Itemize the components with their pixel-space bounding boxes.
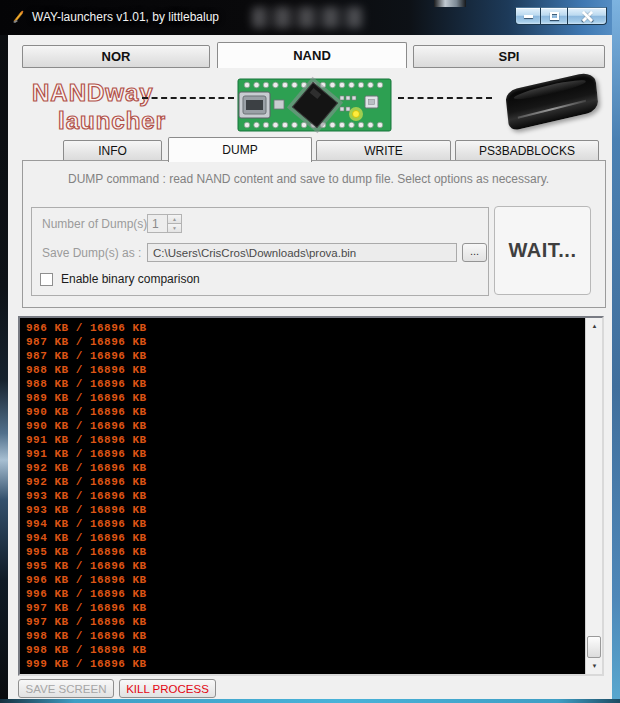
- save-path-input[interactable]: C:\Users\CrisCros\Downloads\prova.bin: [147, 243, 457, 262]
- tab-nand-label: NAND: [293, 48, 331, 63]
- tab-nand[interactable]: NAND: [217, 42, 407, 68]
- ps3-console-image: [500, 72, 605, 135]
- minimize-icon: [524, 15, 533, 18]
- number-of-dumps-spinner: 1: [147, 214, 182, 233]
- binary-comparison-row: Enable binary comparison: [32, 271, 488, 291]
- tab-spi[interactable]: SPI: [413, 45, 605, 68]
- save-screen-button[interactable]: SAVE SCREEN: [18, 679, 114, 698]
- ps3-disc-slot: [518, 100, 586, 119]
- dash-divider-left: [142, 97, 234, 99]
- maximize-icon: [550, 12, 559, 20]
- save-dumps-as-label: Save Dump(s) as :: [42, 246, 141, 260]
- console-line: 989 KB / 16896 KB: [26, 391, 585, 405]
- tab-write-label: WRITE: [364, 144, 403, 158]
- console-line: 997 KB / 16896 KB: [26, 601, 585, 615]
- console-line: 987 KB / 16896 KB: [26, 335, 585, 349]
- ps3-gloss: [513, 77, 586, 103]
- console-line: 998 KB / 16896 KB: [26, 629, 585, 643]
- scroll-down-icon[interactable]: [586, 658, 603, 674]
- console-scrollbar[interactable]: [585, 318, 602, 674]
- tab-ps3badblocks-label: PS3BADBLOCKS: [479, 144, 575, 158]
- ps3-body: [505, 71, 599, 132]
- console-line: 992 KB / 16896 KB: [26, 475, 585, 489]
- tab-info[interactable]: INFO: [63, 140, 162, 162]
- app-flame-icon: [10, 9, 26, 25]
- desktop-artifact: [434, 0, 466, 7]
- kill-process-button[interactable]: KILL PROCESS: [119, 679, 216, 698]
- console-line: 995 KB / 16896 KB: [26, 559, 585, 573]
- maximize-button[interactable]: [540, 7, 568, 25]
- client-area: NOR NAND SPI NANDway launcher: [8, 35, 612, 699]
- censored-text-region: [252, 7, 364, 28]
- tab-nor-label: NOR: [102, 49, 131, 64]
- console-line: 998 KB / 16896 KB: [26, 643, 585, 657]
- window-border-right: [612, 0, 620, 703]
- console-line: 990 KB / 16896 KB: [26, 405, 585, 419]
- tab-spi-label: SPI: [499, 49, 520, 64]
- caption-buttons: [516, 7, 607, 25]
- window-border-bottom: [0, 699, 620, 703]
- logo-line1: NANDway: [32, 79, 154, 106]
- logo-line2: launcher: [58, 107, 166, 134]
- console-output: 986 KB / 16896 KB987 KB / 16896 KB987 KB…: [20, 318, 585, 674]
- number-of-dumps-value[interactable]: 1: [147, 214, 168, 233]
- teensy-board-image: [237, 76, 392, 134]
- console-line: 988 KB / 16896 KB: [26, 377, 585, 391]
- nandway-launcher-logo: NANDway launcher: [18, 75, 168, 137]
- console-line: 988 KB / 16896 KB: [26, 363, 585, 377]
- tab-dump[interactable]: DUMP: [168, 137, 312, 162]
- save-dumps-row: Save Dump(s) as : C:\Users\CrisCros\Down…: [32, 243, 488, 263]
- number-of-dumps-label: Number of Dump(s) :: [42, 217, 154, 231]
- close-button[interactable]: [567, 7, 607, 25]
- tab-nor[interactable]: NOR: [22, 45, 210, 68]
- dump-description: DUMP command : read NAND content and sav…: [68, 172, 549, 186]
- console-line: 995 KB / 16896 KB: [26, 545, 585, 559]
- console-line: 987 KB / 16896 KB: [26, 349, 585, 363]
- window-border-left: [0, 35, 8, 699]
- dump-options-groupbox: Number of Dump(s) : 1 Save Dump(s) as : …: [31, 207, 489, 296]
- close-icon: [582, 11, 593, 22]
- console-line: 991 KB / 16896 KB: [26, 433, 585, 447]
- console-line: 996 KB / 16896 KB: [26, 587, 585, 601]
- browse-button[interactable]: ...: [462, 243, 487, 262]
- tab-write[interactable]: WRITE: [316, 140, 451, 162]
- console-line: 994 KB / 16896 KB: [26, 531, 585, 545]
- scrollbar-thumb[interactable]: [587, 636, 601, 658]
- window-title: WAY-launchers v1.01, by littlebalup: [32, 10, 219, 24]
- console-line: 991 KB / 16896 KB: [26, 447, 585, 461]
- minimize-button[interactable]: [515, 7, 541, 25]
- console-line: 999 KB / 16896 KB: [26, 657, 585, 671]
- dash-divider-right: [398, 97, 492, 99]
- tab-dump-label: DUMP: [222, 143, 257, 157]
- console-line: 993 KB / 16896 KB: [26, 489, 585, 503]
- console-line: 994 KB / 16896 KB: [26, 517, 585, 531]
- binary-comparison-checkbox[interactable]: [40, 273, 53, 286]
- spin-down-button[interactable]: [167, 223, 182, 233]
- console-line: 997 KB / 16896 KB: [26, 615, 585, 629]
- console-line: 986 KB / 16896 KB: [26, 321, 585, 335]
- console-line: 990 KB / 16896 KB: [26, 419, 585, 433]
- scroll-up-icon[interactable]: [586, 318, 603, 334]
- app-window: WAY-launchers v1.01, by littlebalup NOR …: [0, 0, 620, 703]
- title-bar: WAY-launchers v1.01, by littlebalup: [0, 0, 620, 35]
- tab-info-label: INFO: [98, 144, 127, 158]
- number-of-dumps-row: Number of Dump(s) : 1: [32, 214, 488, 234]
- console-line: 993 KB / 16896 KB: [26, 503, 585, 517]
- console-panel: 986 KB / 16896 KB987 KB / 16896 KB987 KB…: [18, 316, 604, 676]
- binary-comparison-label: Enable binary comparison: [61, 272, 200, 286]
- console-line: 992 KB / 16896 KB: [26, 461, 585, 475]
- console-line: 996 KB / 16896 KB: [26, 573, 585, 587]
- tab-ps3badblocks[interactable]: PS3BADBLOCKS: [455, 140, 599, 162]
- wait-action-button[interactable]: WAIT...: [494, 206, 591, 295]
